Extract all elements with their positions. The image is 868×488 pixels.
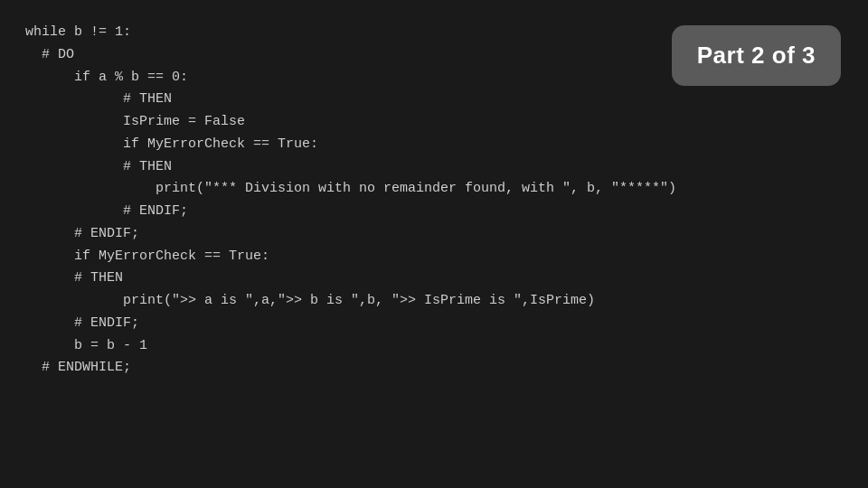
part-badge: Part 2 of 3	[672, 25, 841, 86]
part-badge-label: Part 2 of 3	[697, 42, 816, 69]
